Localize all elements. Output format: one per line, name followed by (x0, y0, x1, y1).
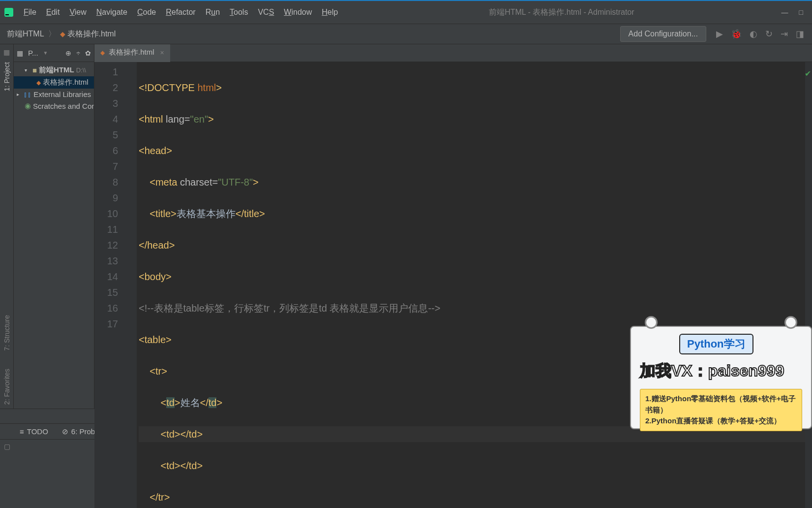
html-file-icon: ◆ (60, 30, 65, 38)
app-icon (4, 7, 14, 17)
svg-rect-1 (5, 14, 9, 15)
debug-icon[interactable]: 🐞 (731, 29, 742, 39)
todo-tab[interactable]: ≡TODO (20, 427, 48, 436)
favorites-tool-tab[interactable]: 2: Favorites (3, 365, 11, 409)
locate-icon[interactable]: ⊕ (65, 49, 71, 57)
sidebar-header: ▦ P... ▼ ⊕ ÷ ✿ (14, 44, 94, 62)
menu-vcs[interactable]: VCS (254, 6, 278, 19)
line-gutter: 12 34 56 78 910 1112 1314 1516 17 (94, 62, 129, 508)
navigation-bar: 前端HTML 〉 ◆表格操作.html Add Configuration...… (0, 24, 812, 44)
promo-details: 1.赠送Python零基础资料包（视频+软件+电子书籍） 2.Python直播答… (640, 389, 802, 431)
statusbar-icon[interactable]: ▢ (4, 443, 10, 450)
titlebar: File Edit View Navigate Code Refactor Ru… (0, 0, 812, 24)
close-tab-icon[interactable]: × (160, 49, 164, 57)
editor-tab-active[interactable]: ◆ 表格操作.html × (94, 44, 170, 62)
menu-window[interactable]: Window (280, 6, 316, 19)
code-content[interactable]: <!DOCTYPE html> <html lang="en"> <head> … (137, 62, 805, 508)
breadcrumb-sep: 〉 (48, 29, 56, 39)
menu-help[interactable]: Help (318, 6, 342, 19)
coverage-icon[interactable]: ◐ (750, 29, 757, 39)
menu-file[interactable]: File (20, 6, 40, 19)
clip-icon (645, 316, 658, 329)
profile-icon[interactable]: ↻ (765, 29, 773, 39)
tree-external-libs[interactable]: ▸ ⫿⫿ External Libraries (14, 89, 94, 100)
todo-icon: ≡ (20, 427, 24, 436)
project-tool-tab[interactable]: 1: Project (3, 58, 11, 95)
fold-column (129, 62, 137, 508)
menu-run[interactable]: Run (202, 6, 224, 19)
html-file-icon: ◆ (36, 79, 41, 86)
menu-tools[interactable]: Tools (226, 6, 252, 19)
window-controls: — □ (782, 8, 808, 16)
project-tree: ▾ ■ 前端HTML D:\\ ◆ 表格操作.html ▸ ⫿⫿ Externa… (14, 62, 94, 114)
project-tool-icon[interactable]: ▦ (3, 48, 10, 56)
project-view-label[interactable]: P... (28, 49, 38, 57)
dropdown-icon[interactable]: ▼ (43, 50, 48, 56)
tree-file-selected[interactable]: ◆ 表格操作.html (14, 76, 94, 89)
html-file-icon: ◆ (100, 49, 105, 56)
scratch-icon: ◉ (25, 101, 31, 110)
expand-icon[interactable]: ▸ (17, 92, 22, 97)
settings-icon[interactable]: ✿ (85, 49, 91, 57)
search-icon[interactable]: ◨ (796, 29, 804, 39)
problems-icon: ⊘ (62, 427, 68, 436)
menu-code[interactable]: Code (133, 6, 160, 19)
tree-root[interactable]: ▾ ■ 前端HTML D:\\ (14, 64, 94, 76)
menu-refactor[interactable]: Refactor (162, 6, 199, 19)
breadcrumb-root[interactable]: 前端HTML (4, 28, 47, 40)
library-icon: ⫿⫿ (24, 90, 31, 98)
breadcrumb-file[interactable]: ◆表格操作.html (57, 28, 119, 40)
menu-edit[interactable]: Edit (42, 6, 64, 19)
promo-headline: 加我VX：paisen999 (640, 360, 802, 382)
project-sidebar: ▦ P... ▼ ⊕ ÷ ✿ ▾ ■ 前端HTML D:\\ ◆ 表格操作.ht… (14, 44, 94, 409)
run-icon[interactable]: ▶ (716, 29, 723, 39)
menu-navigate[interactable]: Navigate (92, 6, 131, 19)
project-view-icon[interactable]: ▦ (17, 49, 23, 57)
expand-icon[interactable]: ▾ (25, 67, 30, 73)
promo-badge: Python学习 (679, 334, 753, 354)
code-editor[interactable]: 12 34 56 78 910 1112 1314 1516 17 <!DOCT… (94, 62, 812, 508)
structure-tool-tab[interactable]: 7: Structure (3, 311, 11, 354)
window-title: 前端HTML - 表格操作.html - Administrator (342, 7, 781, 18)
tree-scratches[interactable]: ◉ Scratches and Consoles (14, 100, 94, 112)
left-tool-gutter: ▦ 1: Project 7: Structure 2: Favorites (0, 44, 14, 409)
folder-icon: ■ (32, 66, 37, 74)
stop-icon[interactable]: ⇥ (781, 29, 788, 39)
error-stripe: ✔ (805, 62, 812, 508)
svg-rect-0 (4, 8, 13, 17)
checkmark-icon: ✔ (805, 66, 811, 82)
menu-bar: File Edit View Navigate Code Refactor Ru… (20, 6, 342, 19)
minimize-icon[interactable]: — (782, 8, 788, 16)
tab-label: 表格操作.html (109, 48, 154, 57)
clip-icon (784, 316, 797, 329)
promo-overlay: Python学习 加我VX：paisen999 1.赠送Python零基础资料包… (630, 326, 812, 429)
editor-tabs: ◆ 表格操作.html × (94, 44, 812, 62)
add-configuration-button[interactable]: Add Configuration... (620, 26, 706, 42)
maximize-icon[interactable]: □ (799, 8, 803, 16)
menu-view[interactable]: View (65, 6, 90, 19)
collapse-icon[interactable]: ÷ (76, 49, 80, 57)
